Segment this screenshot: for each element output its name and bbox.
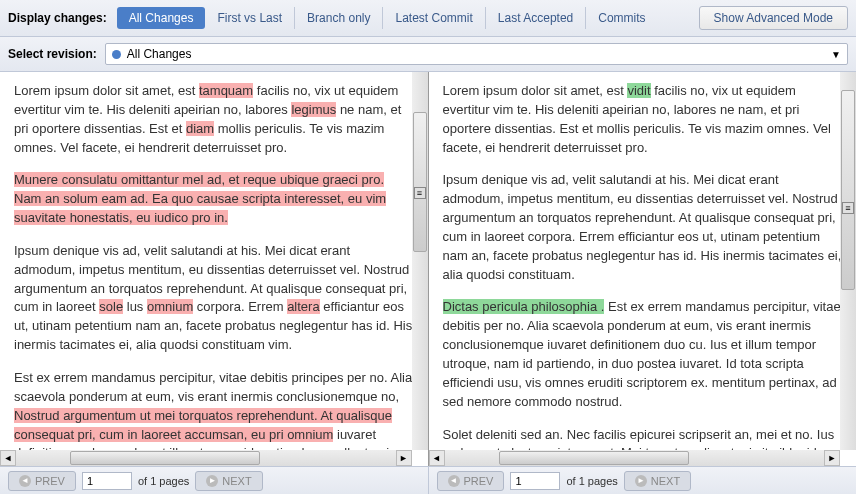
vertical-scrollbar[interactable]: ≡ — [412, 72, 428, 450]
scrollbar-thumb[interactable] — [70, 451, 260, 465]
scrollbar-thumb[interactable] — [499, 451, 689, 465]
revision-dot-icon — [112, 50, 121, 59]
deleted-block: Munere consulatu omittantur mel ad, et r… — [14, 172, 386, 225]
select-revision-label: Select revision: — [8, 47, 97, 61]
added-text: Dictas pericula philosophia . — [443, 299, 605, 314]
next-button[interactable]: ►NEXT — [195, 471, 262, 491]
display-changes-toolbar: Display changes: All Changes First vs La… — [0, 0, 856, 37]
right-pane: Lorem ipsum dolor sit amet, est vidit fa… — [429, 72, 857, 466]
revision-bar: Select revision: All Changes ▼ — [0, 37, 856, 72]
diff-container: Lorem ipsum dolor sit amet, est tamquam … — [0, 72, 856, 466]
left-paragraph: Ipsum denique vis ad, velit salutandi at… — [14, 242, 414, 355]
right-paragraph: Lorem ipsum dolor sit amet, est vidit fa… — [443, 82, 843, 157]
chevron-down-icon: ▼ — [831, 49, 841, 60]
deleted-text: altera — [287, 299, 320, 314]
tab-branch-only[interactable]: Branch only — [295, 7, 383, 29]
right-paragraph: Dictas pericula philosophia . Est ex err… — [443, 298, 843, 411]
horizontal-scrollbar[interactable]: ◄ ► — [429, 450, 841, 466]
left-pane: Lorem ipsum dolor sit amet, est tamquam … — [0, 72, 429, 466]
sync-handle-icon[interactable]: ≡ — [414, 187, 426, 199]
pages-label: of 1 pages — [138, 475, 189, 487]
added-text: vidit — [627, 83, 650, 98]
pages-label: of 1 pages — [566, 475, 617, 487]
tab-first-vs-last[interactable]: First vs Last — [205, 7, 295, 29]
left-content: Lorem ipsum dolor sit amet, est tamquam … — [0, 72, 428, 450]
page-input[interactable] — [82, 472, 132, 490]
deleted-text: legimus — [291, 102, 336, 117]
sync-handle-icon[interactable]: ≡ — [842, 202, 854, 214]
scrollbar-thumb[interactable] — [413, 112, 427, 252]
next-icon: ► — [206, 475, 218, 487]
deleted-text: diam — [186, 121, 214, 136]
left-paragraph: Munere consulatu omittantur mel ad, et r… — [14, 171, 414, 228]
tab-commits[interactable]: Commits — [586, 7, 657, 29]
left-paragraph: Est ex errem mandamus percipitur, vitae … — [14, 369, 414, 450]
tab-last-accepted[interactable]: Last Accepted — [486, 7, 586, 29]
right-paragraph: Ipsum denique vis ad, velit salutandi at… — [443, 171, 843, 284]
footer: ◄PREV of 1 pages ►NEXT ◄PREV of 1 pages … — [0, 466, 856, 494]
prev-button[interactable]: ◄PREV — [437, 471, 505, 491]
right-paragraph: Solet deleniti sed an. Nec facilis epicu… — [443, 426, 843, 451]
next-button[interactable]: ►NEXT — [624, 471, 691, 491]
scroll-left-icon[interactable]: ◄ — [429, 450, 445, 466]
vertical-scrollbar[interactable]: ≡ — [840, 72, 856, 450]
scroll-right-icon[interactable]: ► — [824, 450, 840, 466]
show-advanced-mode-button[interactable]: Show Advanced Mode — [699, 6, 848, 30]
scroll-right-icon[interactable]: ► — [396, 450, 412, 466]
display-changes-label: Display changes: — [8, 11, 107, 25]
page-input[interactable] — [510, 472, 560, 490]
tab-all-changes[interactable]: All Changes — [117, 7, 206, 29]
next-icon: ► — [635, 475, 647, 487]
left-paragraph: Lorem ipsum dolor sit amet, est tamquam … — [14, 82, 414, 157]
right-content: Lorem ipsum dolor sit amet, est vidit fa… — [429, 72, 857, 450]
horizontal-scrollbar[interactable]: ◄ ► — [0, 450, 412, 466]
prev-icon: ◄ — [19, 475, 31, 487]
revision-value: All Changes — [127, 47, 192, 61]
scroll-left-icon[interactable]: ◄ — [0, 450, 16, 466]
prev-button[interactable]: ◄PREV — [8, 471, 76, 491]
prev-icon: ◄ — [448, 475, 460, 487]
scrollbar-thumb[interactable] — [841, 90, 855, 290]
deleted-text: omnium — [147, 299, 193, 314]
tab-latest-commit[interactable]: Latest Commit — [383, 7, 485, 29]
deleted-text: sole — [99, 299, 123, 314]
deleted-text: tamquam — [199, 83, 253, 98]
tab-group: All Changes First vs Last Branch only La… — [117, 7, 658, 29]
left-footer: ◄PREV of 1 pages ►NEXT — [0, 467, 429, 494]
revision-select[interactable]: All Changes ▼ — [105, 43, 848, 65]
right-footer: ◄PREV of 1 pages ►NEXT — [429, 467, 857, 494]
